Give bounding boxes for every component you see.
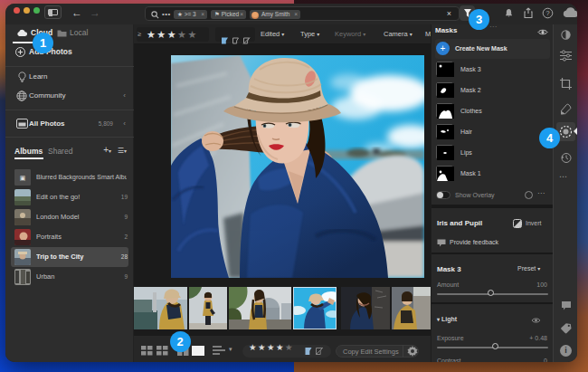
svg-text:?: ? (545, 9, 549, 17)
svg-text:▣: ▣ (20, 175, 26, 181)
